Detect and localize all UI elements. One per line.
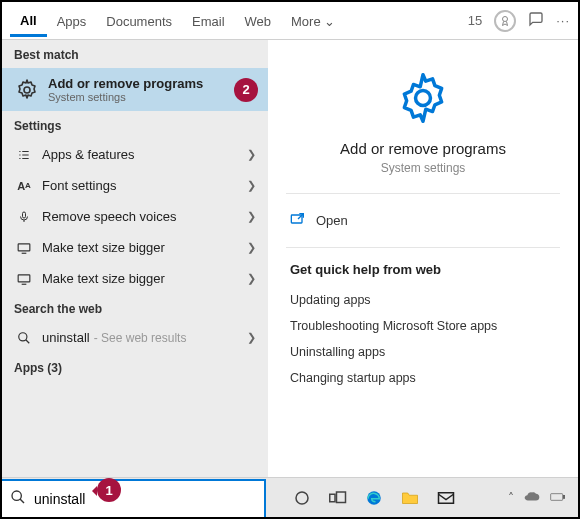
rewards-count: 15 [468,13,482,28]
chevron-right-icon: ❯ [247,210,256,223]
svg-point-0 [503,16,508,21]
settings-item-text-size[interactable]: Make text size bigger ❯ [2,232,268,263]
web-result-item[interactable]: uninstall - See web results ❯ [2,322,268,353]
feedback-icon[interactable] [528,11,544,30]
search-icon [10,489,26,509]
svg-point-1 [24,87,30,93]
gear-icon [14,77,40,103]
results-panel: Best match Add or remove programs System… [2,40,268,477]
svg-point-6 [416,91,431,106]
list-icon [14,148,34,162]
chevron-right-icon: ❯ [247,331,256,344]
svg-rect-15 [563,495,564,498]
taskbar: ˄ [2,477,578,517]
settings-header: Settings [2,111,268,139]
chevron-right-icon: ❯ [247,148,256,161]
list-item-label: Make text size bigger [42,240,165,255]
best-match-title: Add or remove programs [48,76,203,91]
svg-rect-2 [23,212,26,218]
quick-help-item[interactable]: Uninstalling apps [286,339,560,365]
cortana-icon[interactable] [292,488,312,508]
mail-icon[interactable] [436,488,456,508]
quick-help-item[interactable]: Troubleshooting Microsoft Store apps [286,313,560,339]
chevron-right-icon: ❯ [247,272,256,285]
svg-rect-10 [330,494,335,502]
more-options-icon[interactable]: ··· [556,13,570,28]
settings-item-speech[interactable]: Remove speech voices ❯ [2,201,268,232]
quick-help-item[interactable]: Changing startup apps [286,365,560,391]
search-box[interactable] [2,479,266,517]
preview-panel: Add or remove programs System settings O… [268,40,578,477]
font-icon: AA [14,180,34,192]
quick-help-header: Get quick help from web [290,262,556,277]
onedrive-icon[interactable] [524,491,540,505]
svg-point-9 [296,492,308,504]
settings-item-text-size-2[interactable]: Make text size bigger ❯ [2,263,268,294]
file-explorer-icon[interactable] [400,488,420,508]
tab-all[interactable]: All [10,5,47,37]
preview-subtitle: System settings [286,161,560,175]
list-item-label: Font settings [42,178,116,193]
svg-rect-3 [18,243,30,250]
list-item-label: Make text size bigger [42,271,165,286]
microphone-icon [14,210,34,224]
tab-more[interactable]: More ⌄ [281,6,345,35]
svg-rect-14 [551,493,563,500]
preview-title: Add or remove programs [286,140,560,157]
open-label: Open [316,213,348,228]
list-item-label: Apps & features [42,147,135,162]
chevron-right-icon: ❯ [247,179,256,192]
best-match-subtitle: System settings [48,91,203,103]
tab-email[interactable]: Email [182,6,235,35]
svg-point-8 [12,491,21,500]
step-2-badge: 2 [234,78,258,102]
tab-web[interactable]: Web [235,6,282,35]
search-input[interactable] [34,491,264,507]
search-tabs: All Apps Documents Email Web More ⌄ 15 ·… [2,2,578,40]
svg-rect-11 [337,492,346,503]
apps-header: Apps (3) [2,353,268,381]
edge-icon[interactable] [364,488,384,508]
quick-help-item[interactable]: Updating apps [286,287,560,313]
web-suffix: - See web results [94,331,187,345]
gear-icon-large [286,70,560,126]
tab-documents[interactable]: Documents [96,6,182,35]
svg-point-5 [19,332,27,340]
svg-rect-13 [439,492,454,503]
tab-apps[interactable]: Apps [47,6,97,35]
display-icon [14,273,34,285]
tray-chevron-icon[interactable]: ˄ [508,491,514,505]
settings-item-font[interactable]: AA Font settings ❯ [2,170,268,201]
rewards-icon[interactable] [494,10,516,32]
list-item-label: Remove speech voices [42,209,176,224]
battery-icon[interactable] [550,491,566,505]
best-match-result[interactable]: Add or remove programs System settings 2 [2,68,268,111]
step-1-badge: 1 [97,478,121,502]
settings-item-apps-features[interactable]: Apps & features ❯ [2,139,268,170]
chevron-right-icon: ❯ [247,241,256,254]
display-icon [14,242,34,254]
svg-rect-4 [18,274,30,281]
search-icon [14,331,34,345]
web-query: uninstall [42,330,90,345]
open-icon [290,212,306,229]
search-web-header: Search the web [2,294,268,322]
open-action[interactable]: Open [286,206,560,235]
task-view-icon[interactable] [328,488,348,508]
best-match-header: Best match [2,40,268,68]
